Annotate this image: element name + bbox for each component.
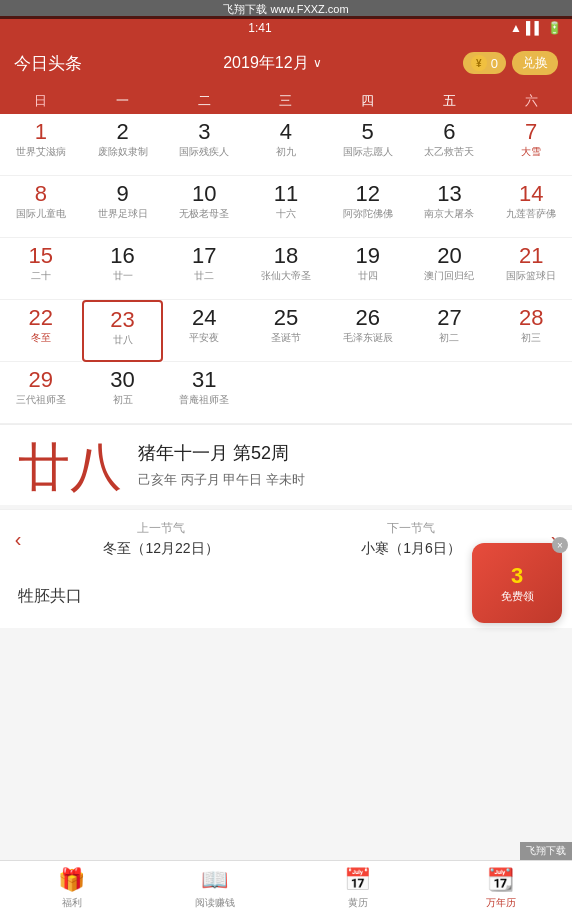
table-row[interactable]: 19廿四	[327, 238, 409, 300]
redpacket-amount: 3	[511, 563, 523, 589]
weekday-四: 四	[327, 92, 409, 110]
table-row[interactable]: 18张仙大帝圣	[245, 238, 327, 300]
bottom-nav-item-黄历[interactable]: 📅黄历	[286, 861, 429, 916]
table-row	[409, 362, 491, 424]
day-sub: 初五	[113, 394, 133, 406]
table-row[interactable]: 4初九	[245, 114, 327, 176]
day-number: 28	[519, 306, 543, 330]
wifi-icon: ▲	[510, 21, 522, 35]
day-number: 30	[110, 368, 134, 392]
status-right: ▲ ▌▌ 🔋	[510, 21, 562, 35]
table-row[interactable]: 9世界足球日	[82, 176, 164, 238]
table-row[interactable]: 23廿八	[82, 300, 164, 362]
weekday-一: 一	[82, 92, 164, 110]
table-row[interactable]: 29三代祖师圣	[0, 362, 82, 424]
table-row	[245, 362, 327, 424]
day-sub: 毛泽东诞辰	[343, 332, 393, 344]
watermark-top: 飞翔下载 www.FXXZ.com	[0, 0, 572, 19]
day-sub: 十六	[276, 208, 296, 220]
table-row[interactable]: 12阿弥陀佛佛	[327, 176, 409, 238]
nav-label-0: 福利	[62, 896, 82, 910]
table-row[interactable]: 21国际篮球日	[490, 238, 572, 300]
weekday-二: 二	[163, 92, 245, 110]
prev-solar-button[interactable]: ‹	[0, 528, 36, 551]
day-sub: 初二	[439, 332, 459, 344]
exchange-button[interactable]: 兑换	[512, 51, 558, 75]
day-sub: 廿一	[113, 270, 133, 282]
redpacket-close-button[interactable]: ×	[552, 537, 568, 553]
day-sub: 大雪	[521, 146, 541, 158]
coins-area: ¥ 0 兑换	[463, 51, 558, 75]
weekday-日: 日	[0, 92, 82, 110]
table-row[interactable]: 28初三	[490, 300, 572, 362]
day-number: 14	[519, 182, 543, 206]
table-row[interactable]: 16廿一	[82, 238, 164, 300]
big-lunar-char: 廿八	[18, 441, 122, 493]
table-row[interactable]: 25圣诞节	[245, 300, 327, 362]
day-sub: 国际残疾人	[179, 146, 229, 158]
table-row[interactable]: 5国际志愿人	[327, 114, 409, 176]
table-row[interactable]: 24平安夜	[163, 300, 245, 362]
day-number: 6	[443, 120, 455, 144]
table-row[interactable]: 20澳门回归纪	[409, 238, 491, 300]
nav-label-2: 黄历	[348, 896, 368, 910]
day-number: 8	[35, 182, 47, 206]
redpacket-area: 牲胚共口 × 3 免费领	[0, 568, 572, 628]
day-sub: 普庵祖师圣	[179, 394, 229, 406]
day-sub: 冬至	[31, 332, 51, 344]
chevron-left-icon: ‹	[15, 528, 22, 551]
day-sub: 初三	[521, 332, 541, 344]
day-number: 22	[29, 306, 53, 330]
selected-title: 猪年十一月 第52周	[138, 441, 554, 465]
month-label: 2019年12月	[223, 53, 308, 74]
table-row[interactable]: 8国际儿童电	[0, 176, 82, 238]
table-row[interactable]: 6太乙救苦天	[409, 114, 491, 176]
table-row[interactable]: 15二十	[0, 238, 82, 300]
prev-solar-term: 上一节气 冬至（12月22日）	[36, 520, 286, 558]
day-number: 21	[519, 244, 543, 268]
table-row[interactable]: 22冬至	[0, 300, 82, 362]
weekday-六: 六	[490, 92, 572, 110]
coin-icon: ¥	[471, 55, 487, 71]
table-row[interactable]: 11十六	[245, 176, 327, 238]
table-row[interactable]: 2废除奴隶制	[82, 114, 164, 176]
bottom-nav-item-阅读赚钱[interactable]: 📖阅读赚钱	[143, 861, 286, 916]
coin-badge: ¥ 0	[463, 52, 506, 74]
day-number: 4	[280, 120, 292, 144]
day-sub: 廿八	[113, 334, 133, 346]
table-row[interactable]: 13南京大屠杀	[409, 176, 491, 238]
day-number: 31	[192, 368, 216, 392]
day-sub: 国际志愿人	[343, 146, 393, 158]
table-row[interactable]: 10无极老母圣	[163, 176, 245, 238]
day-number: 12	[355, 182, 379, 206]
day-sub: 澳门回归纪	[424, 270, 474, 282]
day-number: 23	[110, 308, 134, 332]
redpacket-label: 免费领	[501, 589, 534, 604]
app-title: 今日头条	[14, 52, 82, 75]
selected-subtitle: 己亥年 丙子月 甲午日 辛未时	[138, 471, 554, 489]
table-row[interactable]: 17廿二	[163, 238, 245, 300]
month-navigation[interactable]: 2019年12月 ∨	[223, 53, 321, 74]
days-grid: 1世界艾滋病2废除奴隶制3国际残疾人4初九5国际志愿人6太乙救苦天7大雪8国际儿…	[0, 114, 572, 424]
day-number: 3	[198, 120, 210, 144]
day-number: 29	[29, 368, 53, 392]
watermark-bottom: 飞翔下载	[520, 842, 572, 860]
table-row[interactable]: 7大雪	[490, 114, 572, 176]
day-number: 9	[116, 182, 128, 206]
table-row[interactable]: 3国际残疾人	[163, 114, 245, 176]
day-sub: 三代祖师圣	[16, 394, 66, 406]
day-number: 25	[274, 306, 298, 330]
bottom-nav-item-福利[interactable]: 🎁福利	[0, 861, 143, 916]
nav-icon-2: 📅	[344, 867, 371, 893]
table-row[interactable]: 31普庵祖师圣	[163, 362, 245, 424]
table-row[interactable]: 27初二	[409, 300, 491, 362]
day-sub: 国际篮球日	[506, 270, 556, 282]
redpacket-float[interactable]: × 3 免费领	[472, 543, 562, 623]
table-row[interactable]: 30初五	[82, 362, 164, 424]
table-row[interactable]: 26毛泽东诞辰	[327, 300, 409, 362]
table-row	[490, 362, 572, 424]
bottom-nav-item-万年历[interactable]: 📆万年历	[429, 861, 572, 916]
table-row[interactable]: 14九莲菩萨佛	[490, 176, 572, 238]
table-row[interactable]: 1世界艾滋病	[0, 114, 82, 176]
prev-solar-label: 上一节气	[36, 520, 286, 537]
